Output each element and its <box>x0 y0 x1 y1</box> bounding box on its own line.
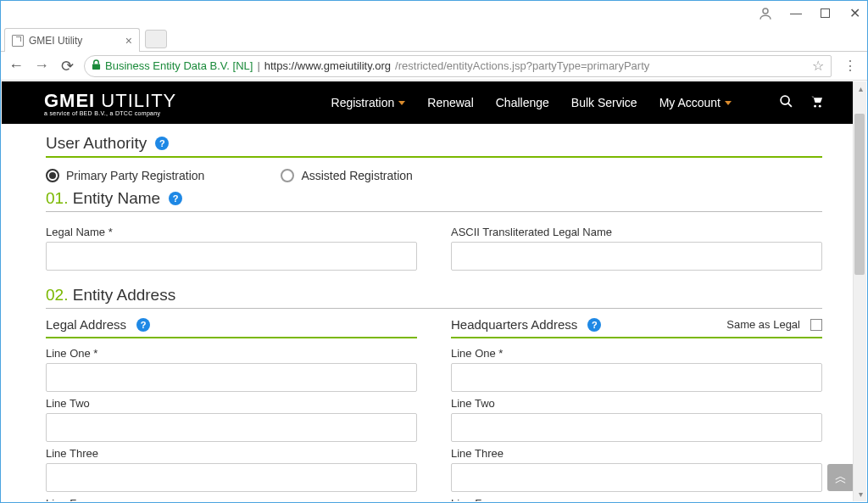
divider <box>46 156 822 158</box>
nav-label: My Account <box>659 96 721 109</box>
browser-menu-icon[interactable]: ⋮ <box>840 58 860 74</box>
section-label: User Authority <box>46 134 147 153</box>
scroll-down-icon[interactable]: ▾ <box>859 489 863 499</box>
user-authority-heading: User Authority ? <box>46 134 822 153</box>
divider <box>46 308 822 309</box>
help-icon[interactable]: ? <box>169 192 182 205</box>
ascii-name-input[interactable] <box>451 242 822 271</box>
radio-label: Primary Party Registration <box>66 169 204 182</box>
divider <box>46 211 822 212</box>
legal-address-subheading: Legal Address ? <box>46 317 417 332</box>
page-viewport: GMEI UTILITY a service of BED B.V., a DT… <box>2 81 866 501</box>
scroll-to-top-button[interactable]: ︿ ︿ <box>827 464 854 491</box>
line4-label: Line Four <box>46 497 417 501</box>
scrollbar-thumb[interactable] <box>854 114 865 275</box>
help-icon[interactable]: ? <box>155 137 169 150</box>
logo-tagline: a service of BED B.V., a DTCC company <box>44 110 176 116</box>
entity-name-heading: 01. Entity Name ? <box>46 189 822 208</box>
chevron-down-icon <box>398 101 405 105</box>
nav-label: Registration <box>331 96 395 109</box>
browser-tab-strip: GMEI Utility × <box>1 25 867 52</box>
section-number: 02. <box>46 286 68 304</box>
maximize-button[interactable] <box>821 8 830 18</box>
radio-primary-party[interactable]: Primary Party Registration <box>46 169 204 182</box>
legal-name-label: Legal Name * <box>46 226 417 238</box>
scrollbar[interactable]: ▴ ▾ <box>853 81 866 501</box>
page-favicon-icon <box>12 35 24 47</box>
divider <box>46 337 417 338</box>
lock-icon <box>92 59 101 73</box>
svg-rect-1 <box>92 64 100 69</box>
form-content: User Authority ? Primary Party Registrat… <box>2 124 866 501</box>
site-header: GMEI UTILITY a service of BED B.V., a DT… <box>2 81 866 124</box>
entity-address-heading: 02. Entity Address <box>46 286 822 305</box>
nav-registration[interactable]: Registration <box>331 96 406 109</box>
main-nav: Registration Renewal Challenge Bulk Serv… <box>331 94 824 112</box>
url-separator: | <box>257 59 259 72</box>
svg-point-5 <box>819 104 821 107</box>
hq-line1-input[interactable] <box>451 363 822 392</box>
hq-line2-input[interactable] <box>451 413 822 442</box>
legal-name-input[interactable] <box>46 242 417 271</box>
nav-renewal[interactable]: Renewal <box>427 96 473 109</box>
line2-label: Line Two <box>46 397 417 410</box>
line3-label: Line Three <box>451 447 822 460</box>
svg-point-4 <box>814 104 816 107</box>
radio-icon <box>46 169 59 182</box>
minimize-button[interactable]: — <box>790 7 802 19</box>
section-label: Entity Address <box>73 286 175 304</box>
tab-close-icon[interactable]: × <box>125 34 132 48</box>
tab-title: GMEI Utility <box>29 35 82 47</box>
hq-address-subheading: Headquarters Address ? Same as Legal <box>451 317 822 332</box>
address-bar[interactable]: Business Entity Data B.V. [NL] | https:/… <box>84 55 832 77</box>
svg-point-0 <box>763 8 768 14</box>
url-path: /restricted/entityActions.jsp?partyType=… <box>395 59 649 72</box>
line1-label: Line One * <box>451 347 822 360</box>
section-label: Entity Name <box>73 189 160 207</box>
sub-label: Legal Address <box>46 317 126 332</box>
chevron-down-icon <box>725 101 732 105</box>
radio-label: Assisted Registration <box>301 169 413 182</box>
legal-line2-input[interactable] <box>46 413 417 442</box>
radio-assisted[interactable]: Assisted Registration <box>281 169 413 182</box>
authority-radio-group: Primary Party Registration Assisted Regi… <box>46 165 822 189</box>
window-titlebar: — ✕ <box>1 1 867 25</box>
help-icon[interactable]: ? <box>587 318 601 332</box>
line3-label: Line Three <box>46 447 417 460</box>
sub-label: Headquarters Address <box>451 317 577 332</box>
site-logo[interactable]: GMEI UTILITY a service of BED B.V., a DT… <box>44 90 176 116</box>
hq-line3-input[interactable] <box>451 463 822 492</box>
forward-button: → <box>33 57 50 75</box>
divider <box>451 337 822 338</box>
chevron-up-icon: ︿ <box>835 476 847 483</box>
logo-main: GMEI <box>44 90 95 111</box>
secure-origin-label: Business Entity Data B.V. [NL] <box>105 59 253 72</box>
browser-toolbar: ← → ⟳ Business Entity Data B.V. [NL] | h… <box>1 52 867 81</box>
user-profile-icon[interactable] <box>758 6 771 20</box>
svg-point-2 <box>781 96 789 104</box>
same-as-legal-checkbox[interactable] <box>810 319 822 331</box>
nav-bulk-service[interactable]: Bulk Service <box>571 96 637 109</box>
legal-line3-input[interactable] <box>46 463 417 492</box>
line4-label: Line Four <box>451 497 822 501</box>
section-number: 01. <box>46 189 68 207</box>
reload-button[interactable]: ⟳ <box>58 57 75 75</box>
line1-label: Line One * <box>46 347 417 360</box>
ascii-name-label: ASCII Transliterated Legal Name <box>451 226 822 238</box>
logo-sub: UTILITY <box>101 90 176 111</box>
cart-icon[interactable] <box>809 94 824 112</box>
url-host: https://www.gmeiutility.org <box>264 59 391 72</box>
scroll-up-icon[interactable]: ▴ <box>859 84 863 93</box>
browser-tab[interactable]: GMEI Utility × <box>4 28 140 52</box>
back-button[interactable]: ← <box>8 57 25 75</box>
bookmark-star-icon[interactable]: ☆ <box>812 58 824 74</box>
close-window-button[interactable]: ✕ <box>849 7 860 19</box>
search-icon[interactable] <box>779 94 793 112</box>
help-icon[interactable]: ? <box>136 318 150 332</box>
radio-icon <box>281 169 294 182</box>
nav-challenge[interactable]: Challenge <box>496 96 549 109</box>
legal-line1-input[interactable] <box>46 363 417 392</box>
new-tab-button[interactable] <box>145 30 167 48</box>
line2-label: Line Two <box>451 397 822 410</box>
nav-my-account[interactable]: My Account <box>659 96 732 109</box>
